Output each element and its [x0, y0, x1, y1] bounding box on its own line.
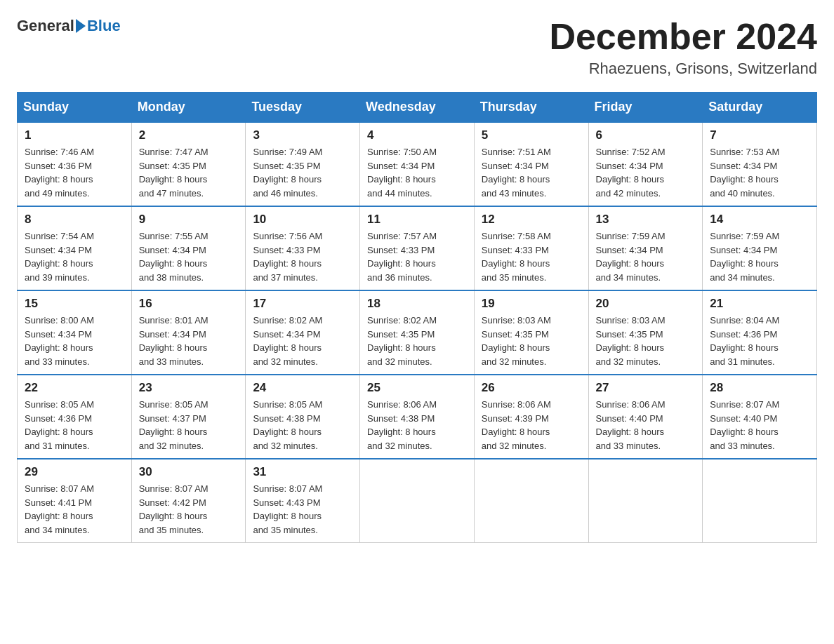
calendar-header: SundayMondayTuesdayWednesdayThursdayFrid…: [18, 93, 817, 123]
week-row-1: 1Sunrise: 7:46 AM Sunset: 4:36 PM Daylig…: [18, 122, 817, 206]
day-cell: 5Sunrise: 7:51 AM Sunset: 4:34 PM Daylig…: [474, 122, 588, 206]
header-day-tuesday: Tuesday: [246, 93, 360, 123]
day-number: 7: [710, 128, 809, 142]
day-cell: 25Sunrise: 8:06 AM Sunset: 4:38 PM Dayli…: [360, 375, 475, 459]
day-info: Sunrise: 8:03 AM Sunset: 4:35 PM Dayligh…: [596, 314, 696, 368]
day-info: Sunrise: 7:51 AM Sunset: 4:34 PM Dayligh…: [482, 145, 581, 200]
day-number: 8: [25, 213, 124, 227]
day-cell: 11Sunrise: 7:57 AM Sunset: 4:33 PM Dayli…: [360, 206, 475, 290]
day-cell: 4Sunrise: 7:50 AM Sunset: 4:34 PM Daylig…: [360, 122, 475, 206]
day-info: Sunrise: 8:00 AM Sunset: 4:34 PM Dayligh…: [25, 314, 124, 368]
day-number: 23: [139, 381, 239, 395]
day-number: 28: [710, 381, 809, 395]
day-info: Sunrise: 7:57 AM Sunset: 4:33 PM Dayligh…: [367, 229, 467, 284]
day-info: Sunrise: 8:01 AM Sunset: 4:34 PM Dayligh…: [139, 314, 239, 368]
page-header: General Blue December 2024 Rhaezuens, Gr…: [17, 17, 817, 78]
day-cell: 13Sunrise: 7:59 AM Sunset: 4:34 PM Dayli…: [588, 206, 703, 290]
day-cell: 24Sunrise: 8:05 AM Sunset: 4:38 PM Dayli…: [246, 375, 360, 459]
day-number: 19: [482, 297, 581, 311]
day-cell: [474, 459, 588, 543]
day-number: 29: [25, 465, 124, 479]
day-cell: 8Sunrise: 7:54 AM Sunset: 4:34 PM Daylig…: [18, 206, 132, 290]
day-number: 4: [367, 128, 467, 142]
day-number: 16: [139, 297, 239, 311]
day-cell: 31Sunrise: 8:07 AM Sunset: 4:43 PM Dayli…: [246, 459, 360, 543]
day-info: Sunrise: 8:02 AM Sunset: 4:35 PM Dayligh…: [367, 314, 467, 368]
header-day-wednesday: Wednesday: [360, 93, 475, 123]
day-info: Sunrise: 7:47 AM Sunset: 4:35 PM Dayligh…: [139, 145, 239, 200]
day-number: 22: [25, 381, 124, 395]
day-info: Sunrise: 8:03 AM Sunset: 4:35 PM Dayligh…: [482, 314, 581, 368]
header-day-friday: Friday: [588, 93, 703, 123]
day-cell: 18Sunrise: 8:02 AM Sunset: 4:35 PM Dayli…: [360, 290, 475, 375]
header-day-sunday: Sunday: [18, 93, 132, 123]
day-info: Sunrise: 8:06 AM Sunset: 4:38 PM Dayligh…: [367, 398, 467, 452]
day-cell: [703, 459, 817, 543]
day-number: 3: [253, 128, 352, 142]
day-info: Sunrise: 8:02 AM Sunset: 4:34 PM Dayligh…: [253, 314, 352, 368]
day-info: Sunrise: 7:46 AM Sunset: 4:36 PM Dayligh…: [25, 145, 124, 200]
day-cell: 1Sunrise: 7:46 AM Sunset: 4:36 PM Daylig…: [18, 122, 132, 206]
day-number: 1: [25, 128, 124, 142]
day-info: Sunrise: 7:49 AM Sunset: 4:35 PM Dayligh…: [253, 145, 352, 200]
day-cell: 30Sunrise: 8:07 AM Sunset: 4:42 PM Dayli…: [131, 459, 246, 543]
day-info: Sunrise: 7:59 AM Sunset: 4:34 PM Dayligh…: [710, 229, 809, 284]
day-number: 20: [596, 297, 696, 311]
day-cell: 6Sunrise: 7:52 AM Sunset: 4:34 PM Daylig…: [588, 122, 703, 206]
day-number: 26: [482, 381, 581, 395]
day-number: 2: [139, 128, 239, 142]
calendar-body: 1Sunrise: 7:46 AM Sunset: 4:36 PM Daylig…: [18, 122, 817, 543]
day-info: Sunrise: 8:04 AM Sunset: 4:36 PM Dayligh…: [710, 314, 809, 368]
day-info: Sunrise: 8:05 AM Sunset: 4:36 PM Dayligh…: [25, 398, 124, 452]
day-cell: 14Sunrise: 7:59 AM Sunset: 4:34 PM Dayli…: [703, 206, 817, 290]
day-cell: 9Sunrise: 7:55 AM Sunset: 4:34 PM Daylig…: [131, 206, 246, 290]
day-number: 11: [367, 213, 467, 227]
day-info: Sunrise: 7:55 AM Sunset: 4:34 PM Dayligh…: [139, 229, 239, 284]
day-cell: 17Sunrise: 8:02 AM Sunset: 4:34 PM Dayli…: [246, 290, 360, 375]
day-cell: [588, 459, 703, 543]
day-info: Sunrise: 7:59 AM Sunset: 4:34 PM Dayligh…: [596, 229, 696, 284]
day-cell: 12Sunrise: 7:58 AM Sunset: 4:33 PM Dayli…: [474, 206, 588, 290]
day-cell: 2Sunrise: 7:47 AM Sunset: 4:35 PM Daylig…: [131, 122, 246, 206]
day-number: 13: [596, 213, 696, 227]
day-number: 12: [482, 213, 581, 227]
title-section: December 2024 Rhaezuens, Grisons, Switze…: [549, 17, 817, 78]
day-number: 30: [139, 465, 239, 479]
day-cell: 7Sunrise: 7:53 AM Sunset: 4:34 PM Daylig…: [703, 122, 817, 206]
day-cell: 3Sunrise: 7:49 AM Sunset: 4:35 PM Daylig…: [246, 122, 360, 206]
day-info: Sunrise: 8:07 AM Sunset: 4:43 PM Dayligh…: [253, 482, 352, 537]
day-info: Sunrise: 7:53 AM Sunset: 4:34 PM Dayligh…: [710, 145, 809, 200]
day-info: Sunrise: 8:05 AM Sunset: 4:37 PM Dayligh…: [139, 398, 239, 452]
day-number: 18: [367, 297, 467, 311]
month-title: December 2024: [549, 17, 817, 57]
header-row: SundayMondayTuesdayWednesdayThursdayFrid…: [18, 93, 817, 123]
day-info: Sunrise: 8:06 AM Sunset: 4:39 PM Dayligh…: [482, 398, 581, 452]
day-cell: 27Sunrise: 8:06 AM Sunset: 4:40 PM Dayli…: [588, 375, 703, 459]
header-day-monday: Monday: [131, 93, 246, 123]
day-cell: 23Sunrise: 8:05 AM Sunset: 4:37 PM Dayli…: [131, 375, 246, 459]
day-number: 17: [253, 297, 352, 311]
day-number: 6: [596, 128, 696, 142]
week-row-5: 29Sunrise: 8:07 AM Sunset: 4:41 PM Dayli…: [18, 459, 817, 543]
calendar-table: SundayMondayTuesdayWednesdayThursdayFrid…: [17, 92, 817, 543]
day-info: Sunrise: 7:58 AM Sunset: 4:33 PM Dayligh…: [482, 229, 581, 284]
day-info: Sunrise: 7:54 AM Sunset: 4:34 PM Dayligh…: [25, 229, 124, 284]
day-info: Sunrise: 8:05 AM Sunset: 4:38 PM Dayligh…: [253, 398, 352, 452]
week-row-2: 8Sunrise: 7:54 AM Sunset: 4:34 PM Daylig…: [18, 206, 817, 290]
day-info: Sunrise: 7:56 AM Sunset: 4:33 PM Dayligh…: [253, 229, 352, 284]
day-info: Sunrise: 8:06 AM Sunset: 4:40 PM Dayligh…: [596, 398, 696, 452]
day-cell: [360, 459, 475, 543]
day-info: Sunrise: 7:52 AM Sunset: 4:34 PM Dayligh…: [596, 145, 696, 200]
day-number: 10: [253, 213, 352, 227]
week-row-3: 15Sunrise: 8:00 AM Sunset: 4:34 PM Dayli…: [18, 290, 817, 375]
day-info: Sunrise: 8:07 AM Sunset: 4:42 PM Dayligh…: [139, 482, 239, 537]
day-number: 14: [710, 213, 809, 227]
day-cell: 22Sunrise: 8:05 AM Sunset: 4:36 PM Dayli…: [18, 375, 132, 459]
day-number: 25: [367, 381, 467, 395]
day-info: Sunrise: 8:07 AM Sunset: 4:40 PM Dayligh…: [710, 398, 809, 452]
logo-general-text: General: [17, 17, 74, 35]
day-cell: 16Sunrise: 8:01 AM Sunset: 4:34 PM Dayli…: [131, 290, 246, 375]
week-row-4: 22Sunrise: 8:05 AM Sunset: 4:36 PM Dayli…: [18, 375, 817, 459]
day-number: 15: [25, 297, 124, 311]
day-number: 24: [253, 381, 352, 395]
